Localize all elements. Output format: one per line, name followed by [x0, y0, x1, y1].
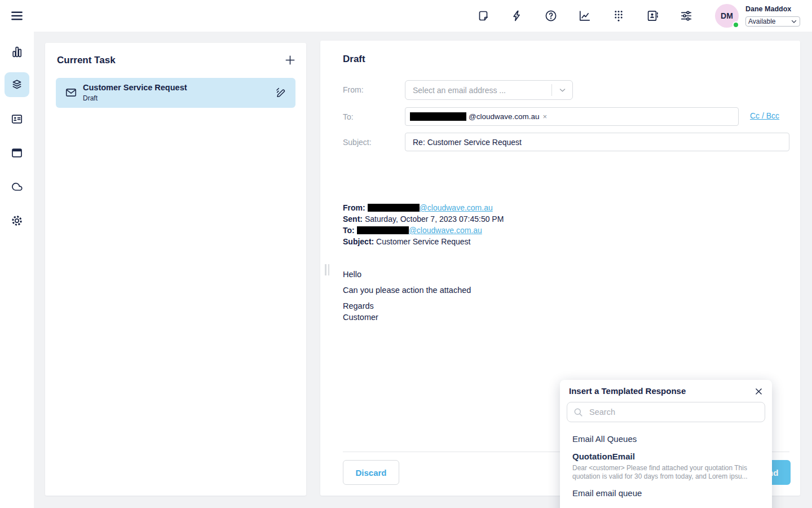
body-line: Hello — [343, 270, 471, 280]
admin-gear-icon[interactable] — [10, 214, 24, 227]
to-label: To: — [343, 112, 354, 121]
templated-response-popup: Insert a Templated Response Email All Qu… — [560, 380, 772, 508]
top-bar: DM Dane Maddox Available — [0, 0, 812, 32]
avatar[interactable]: DM — [715, 4, 739, 28]
draft-title: Draft — [343, 54, 365, 65]
contacts-icon[interactable] — [646, 9, 659, 23]
from-select-placeholder: Select an email address ... — [405, 86, 551, 95]
email-body[interactable]: Hello Can you please action the attached… — [343, 270, 471, 329]
popup-title: Insert a Templated Response — [569, 386, 686, 396]
quoted-subject-line: Subject: Customer Service Request — [343, 236, 504, 247]
recipient-domain: @cloudwave.com.au — [469, 112, 540, 121]
quoted-to-line: To: @cloudwave.com.au — [343, 225, 504, 236]
redacted-text — [410, 112, 466, 121]
redacted-text — [357, 226, 409, 234]
hamburger-menu-icon[interactable] — [9, 8, 25, 24]
quoted-sent-line: Sent: Saturday, October 7, 2023 07:45:50… — [343, 213, 504, 225]
email-icon — [65, 86, 77, 99]
remove-recipient-icon[interactable]: × — [542, 112, 549, 121]
body-line: Can you please action the attached — [343, 286, 471, 296]
presence-dot — [732, 21, 739, 28]
left-sidebar — [0, 32, 34, 508]
to-recipients-field[interactable]: @cloudwave.com.au × — [405, 107, 739, 126]
app-root: DM Dane Maddox Available — [0, 0, 812, 508]
search-icon — [573, 407, 584, 418]
note-icon[interactable] — [476, 9, 490, 23]
panel-resize-handle[interactable] — [325, 264, 330, 275]
task-item-subtitle: Draft — [83, 94, 98, 102]
subject-label: Subject: — [343, 138, 372, 147]
task-item-title: Customer Service Request — [83, 83, 187, 92]
subject-input[interactable] — [405, 133, 789, 151]
close-icon[interactable] — [752, 384, 765, 398]
add-task-button[interactable] — [282, 52, 298, 68]
status-value: Available — [748, 17, 791, 25]
body-line: Regards — [343, 301, 471, 312]
search-input[interactable] — [584, 408, 765, 417]
user-name: Dane Maddox — [745, 5, 791, 13]
draft-pen-icon — [275, 86, 287, 99]
quoted-email-header: From: @cloudwave.com.au Sent: Saturday, … — [343, 202, 504, 247]
dialpad-icon[interactable] — [612, 9, 625, 23]
body-line: Customer — [343, 313, 471, 323]
preferences-icon[interactable] — [679, 9, 693, 23]
template-item-description: Dear <customer> Please find attached you… — [572, 464, 761, 481]
cc-bcc-link[interactable]: Cc / Bcc — [750, 111, 779, 120]
avatar-initials: DM — [721, 11, 733, 20]
template-item[interactable]: QuotationEmail — [572, 452, 635, 461]
lightning-icon[interactable] — [510, 9, 524, 23]
redacted-text — [368, 204, 420, 212]
chevron-down-icon — [552, 86, 572, 94]
topbar-icon-row — [476, 9, 693, 23]
chevron-down-icon — [791, 18, 797, 25]
from-label: From: — [343, 85, 364, 94]
template-search-box — [567, 402, 765, 422]
interactions-icon[interactable] — [10, 78, 24, 91]
apps-icon[interactable] — [10, 146, 24, 160]
cloud-icon[interactable] — [10, 180, 24, 194]
template-item[interactable]: Email email queue — [572, 488, 642, 498]
quoted-to-email-link[interactable]: @cloudwave.com.au — [409, 226, 482, 235]
panel-title: Current Task — [57, 55, 116, 66]
discard-button[interactable]: Discard — [343, 460, 399, 485]
quoted-from-email-link[interactable]: @cloudwave.com.au — [420, 203, 493, 212]
recipient-chip: @cloudwave.com.au × — [410, 112, 548, 121]
quoted-from-line: From: @cloudwave.com.au — [343, 202, 504, 213]
status-select[interactable]: Available — [745, 16, 800, 27]
template-item[interactable]: Email All Queues — [572, 434, 637, 444]
from-email-select[interactable]: Select an email address ... — [405, 80, 573, 100]
activity-icon[interactable] — [10, 45, 24, 59]
task-item[interactable]: Customer Service Request Draft — [56, 78, 295, 108]
help-icon[interactable] — [544, 9, 558, 23]
current-task-panel: Current Task Customer Service Request Dr… — [45, 43, 306, 496]
directory-icon[interactable] — [10, 112, 24, 126]
performance-icon[interactable] — [578, 9, 592, 23]
